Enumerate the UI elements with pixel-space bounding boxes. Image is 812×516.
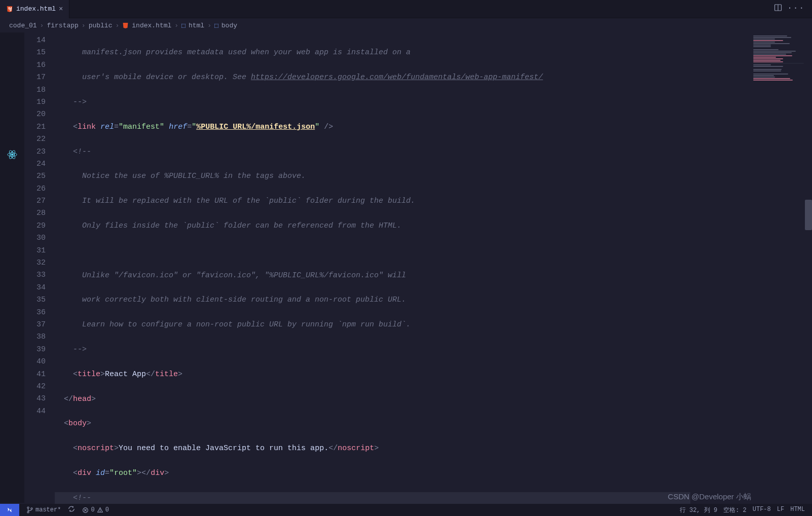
- svg-point-11: [100, 511, 100, 511]
- line-numbers: 1415161718192021222324252627282930313233…: [24, 32, 55, 503]
- code-text: <!--: [73, 148, 91, 156]
- html5-icon: [122, 22, 129, 29]
- code-text: -->: [73, 345, 87, 354]
- code-text: Unlike "/favicon.ico" or "favicon.ico", …: [82, 271, 406, 280]
- sync-icon[interactable]: [68, 505, 75, 514]
- error-count: 0: [91, 506, 94, 513]
- status-bar: master* 0 0 行 32, 列 9 空格: 2 UTF-8 LF HTM…: [0, 504, 812, 516]
- breadcrumb[interactable]: code_01› firstapp› public› index.html› ⬚…: [0, 18, 812, 32]
- editor-area: 1415161718192021222324252627282930313233…: [0, 32, 812, 503]
- watermark: CSDN @Developer 小蜗: [668, 492, 751, 502]
- git-branch-icon[interactable]: master*: [26, 506, 61, 513]
- svg-point-2: [11, 154, 13, 156]
- close-icon[interactable]: ×: [59, 5, 63, 13]
- chevron-right-icon: ›: [115, 22, 119, 29]
- symbol-icon: ⬚: [214, 21, 218, 29]
- code-text: You need to enable JavaScript to run thi…: [119, 444, 328, 453]
- bc-body[interactable]: body: [222, 22, 237, 29]
- react-icon[interactable]: [7, 149, 18, 160]
- cursor-position[interactable]: 行 32, 列 9: [680, 506, 717, 514]
- code-text: It will be replaced with the URL of the …: [82, 197, 415, 205]
- chevron-right-icon: ›: [40, 22, 44, 29]
- symbol-icon: ⬚: [181, 21, 186, 29]
- activity-bar: [0, 32, 24, 503]
- more-icon[interactable]: ···: [787, 4, 805, 14]
- svg-point-6: [27, 507, 29, 508]
- code-text: ": [192, 123, 196, 131]
- remote-button[interactable]: [0, 504, 19, 516]
- chevron-right-icon: ›: [174, 22, 178, 29]
- tab-bar: index.html × ···: [0, 0, 812, 18]
- code-text: "manifest": [119, 123, 164, 131]
- code-content[interactable]: manifest.json provides metadata used whe…: [55, 32, 751, 503]
- bc-index[interactable]: index.html: [132, 22, 171, 29]
- code-text: user's mobile device or desktop. See: [82, 73, 251, 82]
- problems[interactable]: 0 0: [82, 506, 108, 513]
- minimap[interactable]: [751, 32, 812, 503]
- html5-icon: [6, 6, 13, 13]
- branch-name: master*: [35, 506, 61, 513]
- code-text: -->: [73, 98, 87, 106]
- warning-count: 0: [105, 506, 109, 513]
- svg-point-7: [27, 511, 29, 513]
- tab-filename: index.html: [16, 5, 56, 13]
- chevron-right-icon: ›: [82, 22, 86, 29]
- code-text: Only files inside the `public` folder ca…: [82, 222, 401, 230]
- bc-code01[interactable]: code_01: [9, 22, 37, 29]
- bc-html[interactable]: html: [189, 22, 204, 29]
- bc-firstapp[interactable]: firstapp: [47, 22, 78, 29]
- tab-indexhtml[interactable]: index.html ×: [0, 0, 69, 18]
- indentation[interactable]: 空格: 2: [723, 506, 747, 514]
- code-text: %PUBLIC_URL%/manifest.json: [196, 123, 315, 131]
- code-text: work correctly both with client-side rou…: [82, 296, 406, 304]
- eol[interactable]: LF: [777, 506, 784, 514]
- bc-public[interactable]: public: [89, 22, 113, 29]
- svg-point-8: [31, 508, 32, 509]
- encoding[interactable]: UTF-8: [753, 506, 771, 514]
- code-text: Notice the use of %PUBLIC_URL% in the ta…: [82, 172, 306, 180]
- code-text: ": [315, 123, 319, 131]
- code-text: manifest.json provides metadata used whe…: [82, 48, 411, 57]
- code-text: React App: [105, 370, 146, 379]
- code-link[interactable]: https://developers.google.com/web/fundam…: [251, 73, 543, 82]
- language-mode[interactable]: HTML: [790, 506, 805, 514]
- code-text: Learn how to configure a non-root public…: [82, 320, 411, 329]
- scrollbar-thumb[interactable]: [805, 200, 812, 230]
- code-text: "root": [109, 469, 137, 477]
- tabbar-actions: ···: [767, 4, 812, 14]
- split-editor-icon[interactable]: [774, 4, 782, 14]
- code-text: <!--: [73, 494, 91, 502]
- chevron-right-icon: ›: [207, 22, 211, 29]
